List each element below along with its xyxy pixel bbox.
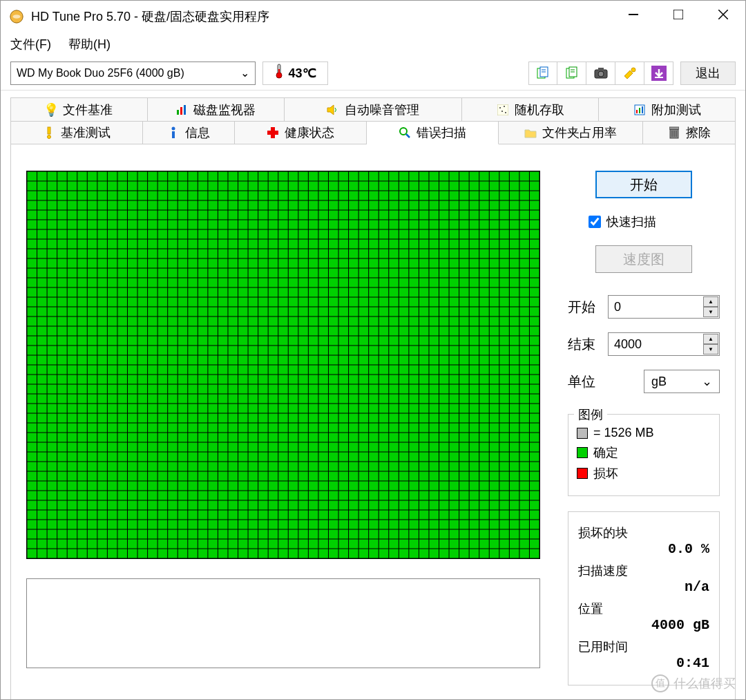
ok-swatch <box>577 447 588 458</box>
svg-point-41 <box>400 128 407 135</box>
elapsed-label: 已用时间 <box>578 638 709 655</box>
copy-data-button[interactable] <box>557 62 586 85</box>
spinner-up-icon[interactable]: ▲ <box>703 334 718 344</box>
tab-disk-monitor[interactable]: 磁盘监视器 <box>148 97 285 121</box>
svg-point-27 <box>499 107 501 108</box>
maximize-button[interactable] <box>656 1 700 28</box>
save-button[interactable] <box>644 62 673 85</box>
svg-rect-25 <box>184 105 186 115</box>
chevron-down-icon: ⌄ <box>702 374 712 389</box>
window-title: HD Tune Pro 5.70 - 硬盘/固态硬盘实用程序 <box>31 8 611 25</box>
svg-rect-23 <box>177 110 179 115</box>
tab-health[interactable]: 健康状态 <box>235 121 367 144</box>
damaged-label: 损坏的块 <box>578 524 709 541</box>
titlebar: HD Tune Pro 5.70 - 硬盘/固态硬盘实用程序 <box>1 1 745 32</box>
damaged-value: 0.0 % <box>578 541 709 557</box>
random-icon <box>497 104 509 116</box>
bad-swatch <box>577 468 588 479</box>
menubar: 文件(F) 帮助(H) <box>1 32 745 56</box>
svg-rect-40 <box>267 131 278 135</box>
svg-rect-35 <box>48 127 50 134</box>
speed-value: n/a <box>578 579 709 595</box>
speed-map-button: 速度图 <box>595 245 692 273</box>
health-icon <box>267 126 279 139</box>
screenshot-button[interactable] <box>586 62 615 85</box>
menu-help[interactable]: 帮助(H) <box>68 36 111 53</box>
svg-point-36 <box>47 135 50 139</box>
speaker-icon <box>327 104 339 116</box>
svg-line-42 <box>406 134 410 138</box>
spinner-up-icon[interactable]: ▲ <box>703 296 718 307</box>
svg-point-28 <box>504 106 505 107</box>
svg-rect-8 <box>278 69 280 75</box>
menu-file[interactable]: 文件(F) <box>10 36 51 53</box>
svg-rect-3 <box>673 10 683 19</box>
quick-scan-input[interactable] <box>589 216 601 228</box>
spinner-down-icon[interactable]: ▼ <box>703 344 718 354</box>
svg-point-29 <box>501 111 503 112</box>
svg-point-20 <box>631 68 635 72</box>
svg-point-1 <box>13 15 21 19</box>
thermometer-icon <box>274 64 284 82</box>
spinner-down-icon[interactable]: ▼ <box>703 307 718 317</box>
app-icon <box>9 9 24 24</box>
svg-point-37 <box>172 127 175 131</box>
svg-rect-33 <box>639 108 640 113</box>
tab-extra-tests[interactable]: 附加测试 <box>599 97 736 121</box>
start-label: 开始 <box>568 298 601 316</box>
tab-error-scan[interactable]: 错误扫描 <box>367 121 499 144</box>
svg-point-30 <box>505 112 506 113</box>
minimize-button[interactable] <box>611 1 656 28</box>
tabs: 💡文件基准 磁盘监视器 自动噪音管理 随机存取 附加测试 基准测试 信息 健康状… <box>1 91 745 700</box>
stats-box: 损坏的块 0.0 % 扫描速度 n/a 位置 4000 gB 已用时间 0:41 <box>568 511 720 685</box>
tab-info[interactable]: 信息 <box>143 121 236 144</box>
svg-rect-19 <box>598 68 604 70</box>
toolbar: WD My Book Duo 25F6 (4000 gB) ⌄ 43℃ 退出 <box>1 56 745 91</box>
folder-icon <box>524 126 537 139</box>
tab-file-benchmark[interactable]: 💡文件基准 <box>10 97 148 121</box>
scan-grid <box>26 171 540 559</box>
options-button[interactable] <box>615 62 644 85</box>
svg-point-18 <box>598 71 604 77</box>
copy-text-button[interactable] <box>528 62 557 85</box>
speed-label: 扫描速度 <box>578 562 709 579</box>
drive-select[interactable]: WD My Book Duo 25F6 (4000 gB) ⌄ <box>10 62 256 85</box>
temperature-value: 43℃ <box>288 66 316 81</box>
watermark: 值 什么值得买 <box>651 674 736 692</box>
lightbulb-icon: 💡 <box>45 104 57 116</box>
svg-rect-26 <box>497 104 508 115</box>
tab-benchmark[interactable]: 基准测试 <box>10 121 143 144</box>
search-icon <box>399 126 411 139</box>
end-spinner[interactable]: 4000 ▲▼ <box>608 332 720 356</box>
close-button[interactable] <box>700 1 745 28</box>
tab-content: 开始 快速扫描 速度图 开始 0 ▲▼ 结束 4000 ▲▼ <box>10 144 736 700</box>
elapsed-value: 0:41 <box>578 655 709 671</box>
exclamation-icon <box>43 126 55 139</box>
legend-box: 图例 = 1526 MB 确定 损坏 <box>568 414 720 496</box>
svg-rect-44 <box>669 127 679 129</box>
tab-random-access[interactable]: 随机存取 <box>462 97 599 121</box>
log-output <box>26 578 540 668</box>
block-swatch <box>577 428 588 439</box>
drive-select-value: WD My Book Duo 25F6 (4000 gB) <box>17 67 184 79</box>
chart-icon <box>175 104 188 116</box>
report-icon <box>633 104 646 116</box>
svg-rect-32 <box>636 110 638 113</box>
tab-erase[interactable]: 擦除 <box>643 121 736 144</box>
position-value: 4000 gB <box>578 617 709 633</box>
start-button[interactable]: 开始 <box>595 171 692 198</box>
quick-scan-checkbox[interactable]: 快速扫描 <box>589 214 720 230</box>
tab-aam[interactable]: 自动噪音管理 <box>285 97 462 121</box>
unit-select[interactable]: gB ⌄ <box>644 370 720 393</box>
tab-folder-usage[interactable]: 文件夹占用率 <box>499 121 644 144</box>
chevron-down-icon: ⌄ <box>240 66 249 79</box>
svg-rect-24 <box>180 107 182 115</box>
position-label: 位置 <box>578 600 709 617</box>
trash-icon <box>668 126 680 139</box>
info-icon <box>167 126 180 139</box>
exit-button[interactable]: 退出 <box>680 62 736 85</box>
end-label: 结束 <box>568 335 601 354</box>
start-spinner[interactable]: 0 ▲▼ <box>608 295 720 319</box>
legend-title: 图例 <box>574 406 607 423</box>
svg-rect-34 <box>642 106 643 113</box>
